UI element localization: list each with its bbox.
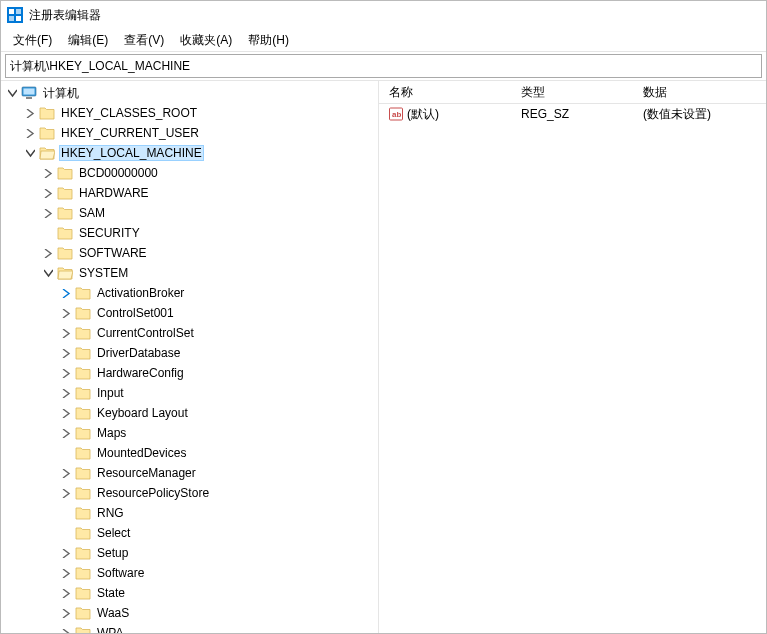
tree-node-computer[interactable]: 计算机 <box>1 83 378 103</box>
expand-icon[interactable] <box>5 86 19 100</box>
tree-label: ResourcePolicyStore <box>95 485 211 501</box>
value-name: (默认) <box>407 106 439 123</box>
tree-label: SOFTWARE <box>77 245 149 261</box>
expand-icon[interactable] <box>23 146 37 160</box>
tree-node-waas[interactable]: WaaS <box>1 603 378 623</box>
expand-icon[interactable] <box>59 546 73 560</box>
expand-icon[interactable] <box>41 266 55 280</box>
expand-icon[interactable] <box>59 406 73 420</box>
tree-node-controlset001[interactable]: ControlSet001 <box>1 303 378 323</box>
folder-icon <box>75 385 91 401</box>
tree-label: HKEY_LOCAL_MACHINE <box>59 145 204 161</box>
tree-pane[interactable]: 计算机 HKEY_CLASSES_ROOT HKEY_CURRENT_USER <box>1 81 379 633</box>
expand-icon[interactable] <box>41 246 55 260</box>
tree-node-hkcr[interactable]: HKEY_CLASSES_ROOT <box>1 103 378 123</box>
tree-node-hklm[interactable]: HKEY_LOCAL_MACHINE <box>1 143 378 163</box>
expand-icon[interactable] <box>59 486 73 500</box>
tree-label: ActivationBroker <box>95 285 186 301</box>
tree-node-resourcemanager[interactable]: ResourceManager <box>1 463 378 483</box>
expand-icon[interactable] <box>59 366 73 380</box>
col-header-name[interactable]: 名称 <box>383 84 515 101</box>
tree-node-input[interactable]: Input <box>1 383 378 403</box>
folder-icon <box>75 425 91 441</box>
menubar: 文件(F) 编辑(E) 查看(V) 收藏夹(A) 帮助(H) <box>1 29 766 52</box>
expand-icon[interactable] <box>59 286 73 300</box>
tree-node-driverdatabase[interactable]: DriverDatabase <box>1 343 378 363</box>
expand-icon[interactable] <box>59 426 73 440</box>
folder-icon <box>75 565 91 581</box>
tree-node-keyboardlayout[interactable]: Keyboard Layout <box>1 403 378 423</box>
tree-label: RNG <box>95 505 126 521</box>
expand-icon[interactable] <box>59 606 73 620</box>
tree-label: State <box>95 585 127 601</box>
registry-tree: 计算机 HKEY_CLASSES_ROOT HKEY_CURRENT_USER <box>1 83 378 633</box>
expand-icon[interactable] <box>59 326 73 340</box>
tree-node-activationbroker[interactable]: ActivationBroker <box>1 283 378 303</box>
tree-label: SYSTEM <box>77 265 130 281</box>
expand-icon[interactable] <box>59 386 73 400</box>
tree-label: WPA <box>95 625 125 633</box>
folder-icon <box>57 185 73 201</box>
address-bar[interactable]: 计算机\HKEY_LOCAL_MACHINE <box>5 54 762 78</box>
tree-node-mounteddevices[interactable]: MountedDevices <box>1 443 378 463</box>
expand-icon[interactable] <box>41 206 55 220</box>
tree-node-wpa[interactable]: WPA <box>1 623 378 633</box>
tree-node-bcd[interactable]: BCD00000000 <box>1 163 378 183</box>
folder-icon <box>75 305 91 321</box>
tree-node-setup[interactable]: Setup <box>1 543 378 563</box>
folder-icon <box>75 525 91 541</box>
folder-icon <box>75 345 91 361</box>
expand-icon[interactable] <box>23 106 37 120</box>
expand-icon[interactable] <box>41 186 55 200</box>
tree-node-security[interactable]: SECURITY <box>1 223 378 243</box>
tree-node-software2[interactable]: Software <box>1 563 378 583</box>
menu-view[interactable]: 查看(V) <box>116 30 172 51</box>
expand-icon[interactable] <box>59 566 73 580</box>
list-row[interactable]: (默认) REG_SZ (数值未设置) <box>379 104 766 124</box>
computer-icon <box>21 85 37 101</box>
menu-file[interactable]: 文件(F) <box>5 30 60 51</box>
tree-label: SECURITY <box>77 225 142 241</box>
tree-label: CurrentControlSet <box>95 325 196 341</box>
folder-icon <box>75 585 91 601</box>
cell-name: (默认) <box>383 106 515 123</box>
list-header: 名称 类型 数据 <box>379 81 766 104</box>
tree-node-rng[interactable]: RNG <box>1 503 378 523</box>
tree-node-hardware[interactable]: HARDWARE <box>1 183 378 203</box>
menu-edit[interactable]: 编辑(E) <box>60 30 116 51</box>
tree-node-maps[interactable]: Maps <box>1 423 378 443</box>
tree-node-hardwareconfig[interactable]: HardwareConfig <box>1 363 378 383</box>
tree-node-sam[interactable]: SAM <box>1 203 378 223</box>
col-header-type[interactable]: 类型 <box>515 84 637 101</box>
tree-node-software[interactable]: SOFTWARE <box>1 243 378 263</box>
folder-icon <box>75 625 91 633</box>
expand-icon[interactable] <box>59 586 73 600</box>
tree-node-system[interactable]: SYSTEM <box>1 263 378 283</box>
folder-icon <box>75 325 91 341</box>
tree-node-state[interactable]: State <box>1 583 378 603</box>
expand-icon[interactable] <box>59 466 73 480</box>
tree-node-select[interactable]: Select <box>1 523 378 543</box>
expand-icon[interactable] <box>59 346 73 360</box>
address-path: 计算机\HKEY_LOCAL_MACHINE <box>10 58 190 75</box>
tree-label: SAM <box>77 205 107 221</box>
tree-label: MountedDevices <box>95 445 188 461</box>
folder-icon <box>75 365 91 381</box>
expand-icon[interactable] <box>59 626 73 633</box>
tree-label: HKEY_CURRENT_USER <box>59 125 201 141</box>
expand-icon[interactable] <box>59 306 73 320</box>
folder-icon <box>57 245 73 261</box>
app-icon <box>7 7 23 23</box>
folder-icon <box>75 545 91 561</box>
menu-help[interactable]: 帮助(H) <box>240 30 297 51</box>
values-list-pane[interactable]: 名称 类型 数据 (默认) REG_SZ (数值未设置) <box>379 81 766 633</box>
tree-node-currentcontrolset[interactable]: CurrentControlSet <box>1 323 378 343</box>
expand-icon[interactable] <box>23 126 37 140</box>
col-header-data[interactable]: 数据 <box>637 84 766 101</box>
expand-icon[interactable] <box>41 166 55 180</box>
cell-data: (数值未设置) <box>637 106 766 123</box>
tree-node-resourcepolicystore[interactable]: ResourcePolicyStore <box>1 483 378 503</box>
tree-label: ControlSet001 <box>95 305 176 321</box>
tree-node-hkcu[interactable]: HKEY_CURRENT_USER <box>1 123 378 143</box>
menu-favorites[interactable]: 收藏夹(A) <box>172 30 240 51</box>
